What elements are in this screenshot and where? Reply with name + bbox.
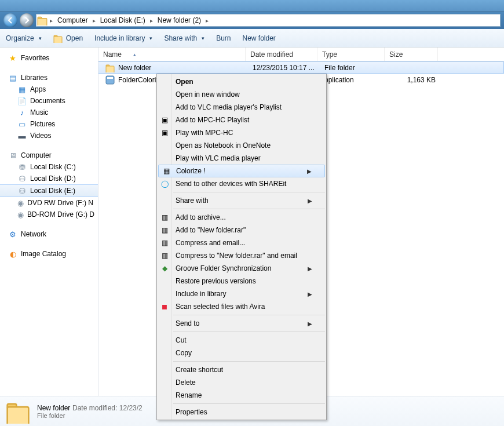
explorer-body: ★Favorites ▤Libraries ▦Apps 📄Documents ♪… <box>0 48 504 396</box>
command-bar: Organize Open Include in library Share w… <box>0 29 504 48</box>
winrar-icon: ▥ <box>159 250 170 261</box>
burn-button[interactable]: Burn <box>216 34 231 42</box>
ctx-play-mpc[interactable]: ▣Play with MPC-HC <box>157 126 326 139</box>
ctx-properties[interactable]: Properties <box>157 406 326 418</box>
open-label: Open <box>66 34 83 42</box>
shareit-icon: ◯ <box>159 179 170 189</box>
ctx-restore-previous[interactable]: Restore previous versions <box>157 275 326 287</box>
file-row-new-folder[interactable]: New folder 12/23/2015 10:17 ... File fol… <box>98 61 504 74</box>
nav-pictures[interactable]: ▭Pictures <box>0 118 98 130</box>
ctx-add-rar[interactable]: ▥Add to "New folder.rar" <box>157 224 326 236</box>
col-name[interactable]: Name▴ <box>98 48 246 61</box>
ctx-compress-rar-email[interactable]: ▥Compress to "New folder.rar" and email <box>157 249 326 262</box>
open-folder-icon <box>53 34 63 43</box>
context-menu: Open Open in new window Add to VLC media… <box>156 74 327 420</box>
ctx-create-shortcut[interactable]: Create shortcut <box>157 363 326 376</box>
application-icon <box>105 75 115 85</box>
ctx-open-new-window[interactable]: Open in new window <box>157 88 326 101</box>
svg-rect-7 <box>107 77 113 79</box>
nav-image-catalog[interactable]: ◐Image Catalog <box>0 248 98 260</box>
file-date: 12/23/2015 10:17 ... <box>248 64 320 72</box>
chevron-right-icon: ▸ <box>92 17 97 24</box>
arrow-right-icon <box>23 17 30 24</box>
groove-icon: ◆ <box>159 263 170 274</box>
file-name: FolderColoriz <box>118 76 159 84</box>
nav-drive-g[interactable]: ◉BD-ROM Drive (G:) D <box>0 209 98 220</box>
ctx-groove-sync[interactable]: ◆Groove Folder Synchronization▶ <box>157 262 326 275</box>
address-bar[interactable]: ▸ Computer ▸ Local Disk (E:) ▸ New folde… <box>36 14 501 27</box>
winrar-icon: ▥ <box>159 212 170 223</box>
avira-icon: ◼ <box>159 301 170 312</box>
ctx-avira-scan[interactable]: ◼Scan selected files with Avira <box>157 300 326 313</box>
ctx-share-with[interactable]: Share with▶ <box>157 194 326 207</box>
new-folder-button[interactable]: New folder <box>243 34 276 42</box>
svg-rect-1 <box>38 19 47 26</box>
nav-videos[interactable]: ▬Videos <box>0 130 98 141</box>
nav-music[interactable]: ♪Music <box>0 107 98 118</box>
ctx-shareit[interactable]: ◯Send to other devices with SHAREit <box>157 177 326 190</box>
col-type[interactable]: Type <box>317 48 385 61</box>
breadcrumb-seg-computer[interactable]: Computer <box>54 14 92 26</box>
ctx-send-to[interactable]: Send to▶ <box>157 317 326 330</box>
ctx-add-mpc[interactable]: ▣Add to MPC-HC Playlist <box>157 114 326 126</box>
ctx-open[interactable]: Open <box>157 75 326 88</box>
ctx-onenote[interactable]: Open as Notebook in OneNote <box>157 139 326 152</box>
nav-favorites[interactable]: ★Favorites <box>0 52 98 64</box>
nav-drive-c[interactable]: ⛃Local Disk (C:) <box>0 161 98 173</box>
col-date-modified[interactable]: Date modified <box>246 48 317 61</box>
organize-button[interactable]: Organize <box>6 34 42 42</box>
ctx-add-archive[interactable]: ▥Add to archive... <box>157 211 326 224</box>
ctx-add-vlc[interactable]: Add to VLC media player's Playlist <box>157 101 326 114</box>
chevron-right-icon: ▸ <box>204 17 210 24</box>
include-in-library-button[interactable]: Include in library <box>94 34 152 42</box>
separator <box>173 209 325 209</box>
dvd-icon: ◉ <box>17 198 24 207</box>
nav-drive-f[interactable]: ◉DVD RW Drive (F:) N <box>0 197 98 209</box>
file-list-area: Name▴ Date modified Type Size New folder… <box>98 48 504 396</box>
breadcrumb-seg-newfolder2[interactable]: New folder (2) <box>154 14 204 26</box>
bdrom-icon: ◉ <box>17 210 24 219</box>
navigation-bar: ▸ Computer ▸ Local Disk (E:) ▸ New folde… <box>0 12 504 29</box>
separator <box>173 403 325 404</box>
ctx-include-library[interactable]: Include in library▶ <box>157 287 326 300</box>
star-icon: ★ <box>8 53 17 63</box>
mpc-icon: ▣ <box>159 115 170 125</box>
share-with-button[interactable]: Share with <box>164 34 204 42</box>
videos-icon: ▬ <box>17 131 27 140</box>
forward-button[interactable] <box>20 13 34 27</box>
chevron-right-icon: ▶ <box>308 291 312 297</box>
nav-drive-d[interactable]: ⛁Local Disk (D:) <box>0 173 98 184</box>
pictures-icon: ▭ <box>17 119 27 129</box>
music-icon: ♪ <box>17 108 27 117</box>
colorize-icon: ▦ <box>161 166 171 176</box>
nav-drive-e[interactable]: ⛁Local Disk (E:) <box>0 184 98 197</box>
nav-favorites-label: Favorites <box>21 54 49 62</box>
col-size[interactable]: Size <box>385 48 438 61</box>
svg-rect-5 <box>106 66 114 72</box>
file-name: New folder <box>118 64 151 72</box>
folder-icon <box>105 63 115 72</box>
column-headers: Name▴ Date modified Type Size <box>98 48 504 61</box>
ctx-play-vlc[interactable]: Play with VLC media player <box>157 152 326 165</box>
nav-network[interactable]: ⚙Network <box>0 228 98 240</box>
ctx-colorize[interactable]: ▦Colorize !▶ <box>158 165 325 177</box>
breadcrumb-seg-e[interactable]: Local Disk (E:) <box>97 14 149 26</box>
arrow-left-icon <box>7 17 14 24</box>
network-icon: ⚙ <box>8 230 17 239</box>
nav-computer[interactable]: 🖥Computer <box>0 150 98 161</box>
winrar-icon: ▥ <box>159 225 170 235</box>
nav-documents[interactable]: 📄Documents <box>0 95 98 107</box>
nav-libraries[interactable]: ▤Libraries <box>0 72 98 83</box>
separator <box>173 315 325 315</box>
back-button[interactable] <box>3 13 17 27</box>
nav-apps[interactable]: ▦Apps <box>0 83 98 95</box>
open-button[interactable]: Open <box>53 34 83 43</box>
window-tabstrip <box>0 0 504 12</box>
ctx-rename[interactable]: Rename <box>157 389 326 402</box>
ctx-delete[interactable]: Delete <box>157 376 326 389</box>
ctx-compress-email[interactable]: ▥Compress and email... <box>157 236 326 249</box>
ctx-cut[interactable]: Cut <box>157 334 326 347</box>
ctx-copy[interactable]: Copy <box>157 347 326 359</box>
folder-icon <box>37 15 48 26</box>
file-type: pplication <box>320 76 387 84</box>
